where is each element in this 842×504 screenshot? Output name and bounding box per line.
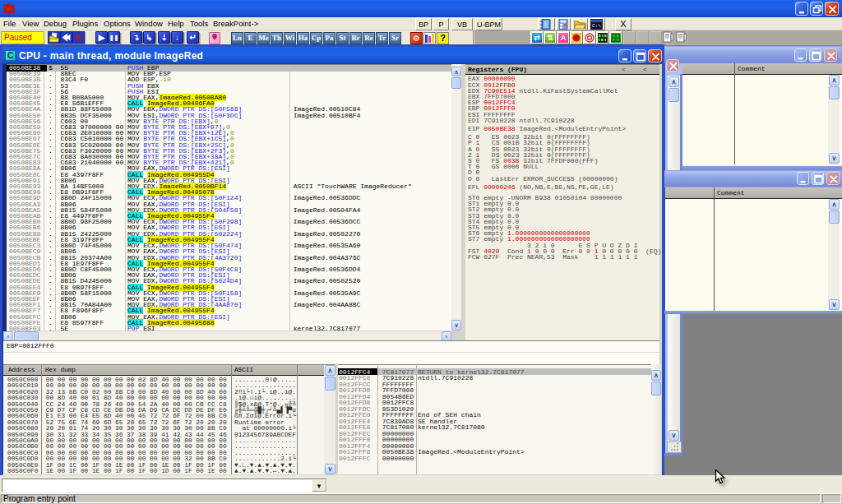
svg-text:C:\: C:\ <box>592 23 601 29</box>
